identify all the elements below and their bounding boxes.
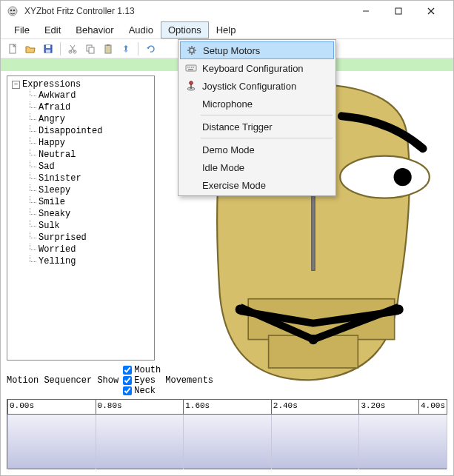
checkbox-neck[interactable] [123,386,132,395]
menu-option-label: Joystick Configuration [199,81,296,92]
menu-help[interactable]: Help [209,21,244,38]
svg-rect-28 [46,50,50,53]
tree-item-disappointed[interactable]: Disappointed [30,125,153,137]
svg-rect-16 [186,65,196,71]
svg-point-1 [10,10,13,12]
blank-icon [183,178,199,192]
paste-button[interactable] [101,41,116,56]
timeline[interactable]: 0.00s0.80s1.60s2.40s3.20s4.00s [7,399,447,469]
svg-line-13 [194,53,196,54]
timeline-ruler: 0.00s0.80s1.60s2.40s3.20s4.00s [7,400,447,415]
svg-line-14 [194,47,196,49]
timeline-mark: 1.60s [183,400,210,414]
menu-option-setup-motors[interactable]: Setup Motors [180,41,334,59]
svg-point-43 [236,304,245,314]
tree-item-worried[interactable]: Worried [30,244,153,255]
window-controls [350,1,447,21]
checkbox-mouth[interactable] [123,366,132,375]
menu-option-microphone[interactable]: Microphone [180,95,334,113]
maximize-button[interactable] [382,1,415,21]
timeline-gridline [183,415,184,469]
tree-item-surprised[interactable]: Surprised [30,232,153,244]
titlebar: XYZbot Fritz Controller 1.13 [1,1,453,21]
svg-line-15 [189,53,190,54]
tree-item-sneaky[interactable]: Sneaky [30,208,153,220]
tree-item-sad[interactable]: Sad [30,161,153,172]
tree-root[interactable]: − Expressions [9,79,153,90]
tree-item-happy[interactable]: Happy [30,137,153,149]
checkbox-eyes[interactable] [123,376,132,385]
check-label: Eyes [134,375,156,386]
sync-button[interactable] [118,41,133,56]
menu-option-label: Keyboard Configuration [199,63,304,74]
menu-option-keyboard-configuration[interactable]: Keyboard Configuration [180,59,334,77]
svg-point-7 [190,48,194,53]
expressions-tree[interactable]: − Expressions AwkwardAfraidAngryDisappoi… [7,76,155,361]
tree-item-smile[interactable]: Smile [30,196,153,208]
svg-rect-18 [190,67,191,68]
menu-option-label: Distance Trigger [199,121,273,133]
tree-item-sulk[interactable]: Sulk [30,220,153,232]
menu-option-exercise-mode[interactable]: Exercise Mode [180,176,334,194]
open-file-button[interactable] [23,41,38,56]
blank-icon [183,97,199,110]
collapse-icon[interactable]: − [12,81,20,89]
blank-icon [183,161,199,174]
menubar: FileEditBehaviorAudioOptionsHelpSetup Mo… [1,21,453,39]
new-file-button[interactable] [5,41,20,56]
toolbar-separator [138,42,138,56]
tree-item-yelling[interactable]: Yelling [30,255,153,267]
svg-rect-27 [46,45,50,48]
menu-behavior[interactable]: Behavior [68,21,121,38]
tree-item-afraid[interactable]: Afraid [30,101,153,113]
menu-file[interactable]: File [7,21,37,38]
svg-rect-36 [107,44,110,46]
tree-item-sinister[interactable]: Sinister [30,172,153,184]
svg-point-44 [394,304,404,314]
minimize-button[interactable] [350,1,382,21]
svg-point-24 [190,81,193,85]
close-button[interactable] [415,1,447,21]
menu-option-joystick-configuration[interactable]: Joystick Configuration [180,77,334,95]
window-title: XYZbot Fritz Controller 1.13 [24,6,350,16]
menu-option-label: Exercise Mode [199,180,266,191]
menu-option-distance-trigger[interactable]: Distance Trigger [180,118,334,135]
blank-icon [183,120,199,133]
menu-separator [201,138,333,138]
timeline-mark: 3.20s [358,400,385,414]
menu-options[interactable]: Options [161,21,209,38]
timeline-mark: 4.00s [418,400,445,414]
menu-option-label: Demo Mode [199,144,255,155]
sequencer-label: Motion Sequencer Show [7,375,118,386]
check-label: Neck [134,386,156,396]
tree-item-angry[interactable]: Angry [30,113,153,125]
app-icon [7,5,19,17]
svg-point-38 [394,168,412,186]
options-dropdown: Setup MotorsKeyboard ConfigurationJoysti… [178,39,336,196]
svg-point-37 [340,156,430,198]
joystick-icon [183,79,199,93]
timeline-gridline [7,415,8,469]
menu-option-demo-mode[interactable]: Demo Mode [180,141,334,158]
tree-item-awkward[interactable]: Awkward [30,90,153,101]
svg-point-45 [308,335,318,344]
timeline-body[interactable] [7,415,447,469]
timeline-gridline [358,415,359,469]
undo-button[interactable] [143,41,158,56]
save-button[interactable] [41,41,56,56]
menu-audio[interactable]: Audio [121,21,161,38]
timeline-mark: 2.40s [271,400,298,414]
menu-option-idle-mode[interactable]: Idle Mode [180,158,334,176]
blank-icon [183,143,199,156]
svg-rect-4 [395,8,401,14]
timeline-gridline [271,415,272,469]
svg-rect-35 [105,45,111,53]
menu-edit[interactable]: Edit [37,21,68,38]
svg-rect-17 [187,67,189,68]
tree-item-sleepy[interactable]: Sleepy [30,184,153,196]
toolbar-separator [60,42,61,56]
app-window: XYZbot Fritz Controller 1.13 FileEditBeh… [0,0,454,476]
cut-button[interactable] [65,41,80,56]
tree-item-neutral[interactable]: Neutral [30,149,153,161]
copy-button[interactable] [83,41,98,56]
